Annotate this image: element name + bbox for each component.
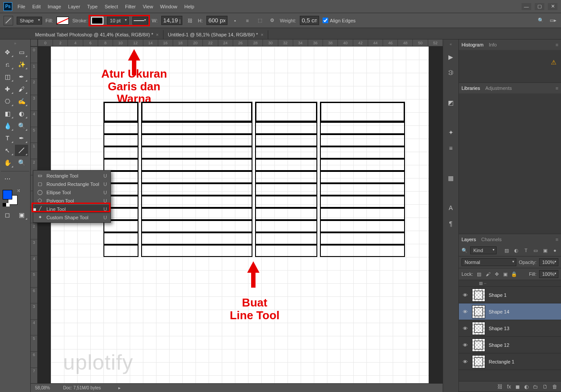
blur-tool[interactable]: 💧 [1,120,14,132]
fill-swatch[interactable] [57,17,69,25]
tab-layers[interactable]: Layers [462,237,476,242]
type-tool[interactable]: T [1,132,14,144]
ruler-origin[interactable] [31,39,38,46]
document-tab-2[interactable]: Untitled-1 @ 58,1% (Shape 14, RGB/8#) *× [163,30,268,39]
path-alignment-icon[interactable]: ≡ [243,16,252,25]
tab-adjustments[interactable]: Adjustments [485,86,512,91]
filter-type-icon[interactable]: T [522,247,529,254]
path-operations-icon[interactable]: ▪ [231,16,240,25]
filter-smart-icon[interactable]: ▣ [542,247,549,254]
pen-tool[interactable]: ✒ [15,132,28,144]
flyout-ellipse-tool[interactable]: ◯Ellipse ToolU [34,188,110,196]
status-zoom[interactable]: 58,08% [35,385,50,390]
flyout-rectangle-tool[interactable]: ▭Rectangle ToolU [34,171,110,180]
workspace-switcher-icon[interactable]: ▭▸ [549,16,557,25]
foreground-background-colors[interactable]: ⤭ [3,188,20,206]
shape-tool[interactable] [15,145,28,156]
visibility-toggle-icon[interactable]: 👁 [462,292,469,298]
menu-layer[interactable]: Layer [68,4,80,9]
properties-panel-icon[interactable]: ◩ [446,97,456,108]
opacity-input[interactable]: 100% [539,258,558,266]
crop-tool[interactable]: ◫ [1,71,14,82]
lock-position-icon[interactable]: ✥ [493,271,500,278]
hand-tool[interactable]: ✋ [1,157,14,168]
shape-mode-dropdown[interactable]: Shape [17,17,42,25]
menu-edit[interactable]: Edit [32,4,41,9]
close-tab-icon[interactable]: × [156,32,159,37]
window-maximize-button[interactable]: ▢ [535,3,544,10]
path-selection-tool[interactable]: ↖ [1,145,14,156]
swatches-panel-icon[interactable]: ▦ [446,173,456,183]
panel-menu-icon[interactable]: ≡ [556,86,558,91]
play-icon[interactable]: ▶ [446,52,456,62]
healing-brush-tool[interactable]: ✚ [1,83,14,95]
filter-pixel-icon[interactable]: ▨ [503,247,510,254]
ruler-horizontal[interactable]: 0246810121416182022242628303234363840424… [31,39,443,46]
menu-help[interactable]: Help [184,4,194,9]
gear-icon[interactable]: ⚙ [268,16,277,25]
menu-file[interactable]: File [18,4,25,9]
new-layer-icon[interactable]: 🗋 [543,384,548,390]
weight-input[interactable] [300,16,319,25]
visibility-toggle-icon[interactable]: 👁 [462,342,469,348]
menu-window[interactable]: Window [160,4,177,9]
brush-settings-panel-icon[interactable]: ≡ [446,143,456,153]
layer-style-icon[interactable]: fx [507,384,511,390]
foreground-color[interactable] [3,190,12,200]
menu-view[interactable]: View [143,4,153,9]
layer-mask-icon[interactable]: ◼ [515,384,520,390]
menu-image[interactable]: Image [48,4,61,9]
filter-toggle-icon[interactable]: ● [551,247,558,254]
menu-select[interactable]: Select [105,4,118,9]
history-brush-tool[interactable]: ✍ [15,96,28,107]
adjustment-layer-icon[interactable]: ◐ [524,384,529,390]
visibility-toggle-icon[interactable]: 👁 [462,359,469,364]
gradient-tool[interactable]: ◐ [15,108,28,119]
tab-histogram[interactable]: Histogram [462,42,483,47]
visibility-toggle-icon[interactable]: 👁 [462,326,469,331]
stroke-style-dropdown[interactable] [132,17,148,25]
dodge-tool[interactable]: 🔍 [15,120,28,132]
history-panel-icon[interactable]: 🕄 [446,68,456,78]
layer-row[interactable]: 👁Rectangle 1 [459,353,561,370]
marquee-tool[interactable]: ▭ [15,46,28,58]
panel-menu-icon[interactable]: ≡ [556,42,558,47]
document-tab-1[interactable]: Membuat Tabel Photoshop @ 41,4% (Kelas, … [31,30,163,39]
layer-thumbnail[interactable] [472,289,485,302]
tab-info[interactable]: Info [489,42,497,47]
path-arrangement-icon[interactable]: ⬚ [256,16,264,25]
width-input[interactable] [161,16,182,25]
visibility-toggle-icon[interactable]: 👁 [462,309,469,314]
flyout-rounded-rectangle-tool[interactable]: ▢Rounded Rectangle ToolU [34,180,110,188]
toolbox-handle[interactable]: » [1,41,29,46]
layer-row[interactable]: 👁Shape 1 [459,287,561,303]
eyedropper-tool[interactable]: ✒ [15,71,28,82]
filter-adjustment-icon[interactable]: ◐ [513,247,520,254]
lasso-tool[interactable]: ⎌ [1,59,14,70]
brush-tool[interactable]: 🖌 [15,83,28,95]
window-minimize-button[interactable]: — [522,3,531,10]
clone-stamp-tool[interactable]: ⎔ [1,96,14,107]
layer-row[interactable]: 👁Shape 12 [459,337,561,353]
layer-thumbnail[interactable] [472,339,485,352]
lock-image-icon[interactable]: 🖌 [484,271,491,278]
align-edges-checkbox[interactable]: Align Edges [323,18,356,23]
flyout-polygon-tool[interactable]: ⬠Polygon ToolU [34,196,110,205]
layer-thumbnail[interactable] [472,305,485,318]
close-tab-icon[interactable]: × [261,32,263,37]
layer-thumbnail[interactable] [472,322,485,335]
panel-menu-icon[interactable]: ≡ [556,237,558,242]
move-tool[interactable]: ✥ [1,46,14,58]
eraser-tool[interactable]: ◧ [1,108,14,119]
layer-filter-kind[interactable]: Kind [470,246,497,254]
swap-colors-icon[interactable]: ⤭ [17,188,20,193]
delete-layer-icon[interactable]: 🗑 [552,384,557,390]
stroke-swatch[interactable] [91,17,103,25]
brushes-panel-icon[interactable]: ✦ [446,127,456,138]
stroke-size-dropdown[interactable]: 10 pt [107,17,129,25]
paragraph-panel-icon[interactable]: ¶ [446,218,456,229]
window-close-button[interactable]: ✕ [548,3,557,10]
blend-mode-dropdown[interactable]: Normal [462,258,516,266]
character-panel-icon[interactable]: A [446,203,456,213]
group-icon[interactable]: 🗀 [533,384,538,390]
